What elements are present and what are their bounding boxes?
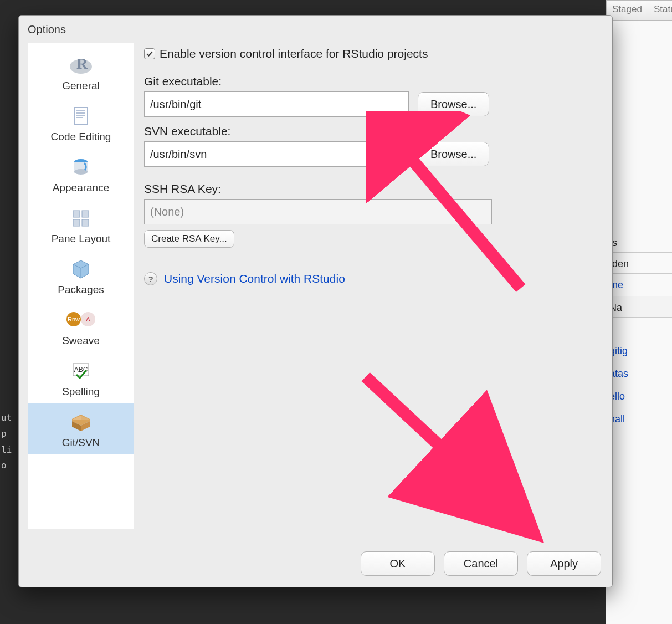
- left-editor-fragment: ut p li o: [0, 355, 17, 521]
- git-svn-pane: Enable version control interface for RSt…: [144, 43, 603, 544]
- create-rsa-key-button[interactable]: Create RSA Key...: [144, 230, 234, 248]
- sidebar-item-general[interactable]: R General: [28, 47, 134, 98]
- spellcheck-icon: ABC: [68, 357, 94, 383]
- bg-tab-status[interactable]: Status: [648, 0, 672, 21]
- r-logo-icon: R: [68, 51, 94, 78]
- bg-row-na: Na: [606, 296, 672, 318]
- cancel-button[interactable]: Cancel: [444, 551, 518, 576]
- bg-link-ello[interactable]: ello: [606, 385, 672, 408]
- left-frag-line: ut: [0, 410, 17, 426]
- bg-row-iden: Iden: [606, 253, 672, 274]
- enable-vcs-label: Enable version control interface for RSt…: [160, 47, 428, 60]
- sidebar-item-label: Git/SVN: [62, 437, 100, 449]
- svn-exec-label: SVN executable:: [144, 125, 598, 138]
- bg-link-atas[interactable]: atas: [606, 362, 672, 385]
- help-icon[interactable]: ?: [144, 272, 157, 285]
- svg-text:ABC: ABC: [74, 366, 88, 374]
- left-frag-line: li: [0, 442, 17, 458]
- sidebar-item-pane-layout[interactable]: Pane Layout: [28, 200, 134, 250]
- ssh-key-label: SSH RSA Key:: [144, 182, 598, 196]
- box-icon: [68, 408, 94, 434]
- svg-rect-13: [82, 219, 89, 226]
- sidebar-item-label: Appearance: [53, 182, 109, 194]
- background-panel: Staged Status ts Iden me Na gitig atas e…: [606, 0, 672, 624]
- svg-rect-2: [74, 108, 88, 124]
- options-dialog: Options R General Code Editing Appearanc…: [18, 15, 613, 587]
- sidebar-item-label: Code Editing: [51, 131, 111, 143]
- category-sidebar: R General Code Editing Appearance: [28, 43, 134, 529]
- bg-tabs: Staged Status: [606, 0, 672, 21]
- sidebar-item-sweave[interactable]: Rnw A Sweave: [28, 301, 134, 352]
- dialog-title: Options: [19, 16, 612, 43]
- document-icon: [68, 102, 94, 129]
- apply-button[interactable]: Apply: [527, 551, 601, 576]
- sidebar-item-code-editing[interactable]: Code Editing: [28, 98, 134, 149]
- svn-exec-input[interactable]: [144, 141, 409, 167]
- bg-row-me: me: [606, 274, 672, 296]
- sidebar-item-label: Spelling: [62, 386, 100, 398]
- sidebar-item-appearance[interactable]: Appearance: [28, 149, 134, 200]
- left-frag-line: p: [0, 426, 17, 442]
- svg-text:R: R: [76, 55, 88, 72]
- ok-button[interactable]: OK: [361, 551, 435, 576]
- left-frag-line: o: [0, 458, 17, 474]
- svg-rect-10: [73, 211, 80, 217]
- cube-icon: [68, 255, 94, 282]
- sidebar-item-label: Pane Layout: [52, 233, 111, 245]
- enable-vcs-checkbox[interactable]: [144, 48, 155, 59]
- dialog-footer: OK Cancel Apply: [19, 544, 612, 587]
- svn-browse-button[interactable]: Browse...: [418, 142, 489, 166]
- grid-icon: [68, 204, 94, 231]
- sidebar-item-spelling[interactable]: ABC Spelling: [28, 352, 134, 403]
- ssh-key-input: [144, 199, 492, 224]
- sidebar-item-label: General: [62, 80, 100, 92]
- sidebar-item-label: Sweave: [62, 335, 100, 347]
- svg-rect-11: [82, 211, 89, 217]
- bg-link-nall[interactable]: nall: [606, 408, 672, 431]
- git-exec-label: Git executable:: [144, 75, 598, 88]
- bg-row-ts: ts: [606, 232, 672, 253]
- bg-link-gitig[interactable]: gitig: [606, 340, 672, 362]
- paint-bucket-icon: [68, 153, 94, 180]
- git-exec-input[interactable]: [144, 91, 409, 117]
- svg-rect-12: [73, 219, 80, 226]
- sidebar-item-packages[interactable]: Packages: [28, 250, 134, 301]
- sidebar-item-label: Packages: [58, 284, 104, 296]
- sweave-icon: Rnw A: [68, 306, 94, 333]
- enable-vcs-row[interactable]: Enable version control interface for RSt…: [144, 47, 598, 60]
- git-browse-button[interactable]: Browse...: [418, 92, 489, 116]
- help-link[interactable]: Using Version Control with RStudio: [164, 272, 345, 285]
- sidebar-item-git-svn[interactable]: Git/SVN: [28, 403, 134, 454]
